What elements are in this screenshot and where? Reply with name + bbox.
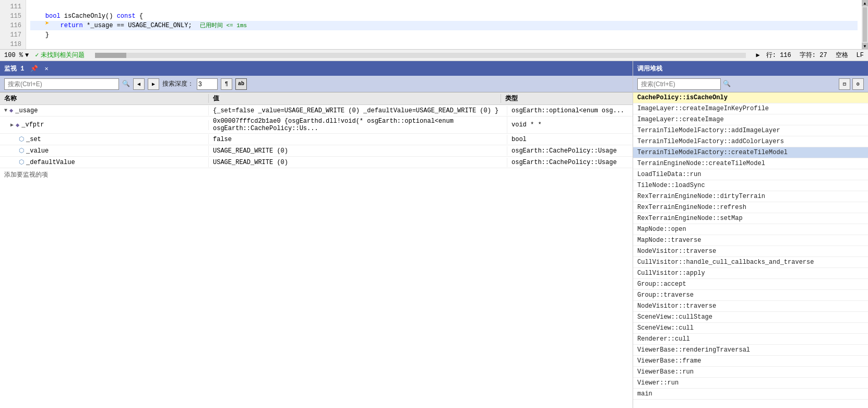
zoom-control[interactable]: 100 % ▼ xyxy=(4,52,29,59)
code-content[interactable]: bool isCacheOnly() const { return *_usag… xyxy=(26,0,862,51)
row-value-usage: {_set=false _value=USAGE_READ_WRITE (0) … xyxy=(209,106,507,115)
row-type-vfptr: void * * xyxy=(507,120,633,130)
watch-row-set[interactable]: ⬡ _set false bool xyxy=(0,134,633,145)
callstack-item-3[interactable]: TerrainTileModelFactory::addImageLayer xyxy=(633,125,868,136)
callstack-item-25[interactable]: ViewerBase::run xyxy=(633,367,868,378)
icon-set: ⬡ xyxy=(19,135,24,143)
row-name-vfptr: ▶ ◆ _vfptr xyxy=(0,120,209,130)
watch-row-value[interactable]: ⬡ _value USAGE_READ_WRITE (0) osgEarth::… xyxy=(0,145,633,157)
watch-row-usage[interactable]: ▼ ◆ _usage {_set=false _value=USAGE_READ… xyxy=(0,105,633,116)
toolbar-btn-2[interactable]: ab xyxy=(235,78,247,90)
watch-table[interactable]: ▼ ◆ _usage {_set=false _value=USAGE_READ… xyxy=(0,105,633,408)
watch-row-vfptr[interactable]: ▶ ◆ _vfptr 0x00007fffcd2b1ae0 {osgEarthd… xyxy=(0,116,633,134)
watch-row-defaultvalue[interactable]: ⬡ _defaultValue USAGE_READ_WRITE (0) osg… xyxy=(0,157,633,168)
callstack-item-13[interactable]: MapNode::traverse xyxy=(633,235,868,246)
encoding-info: LF xyxy=(857,52,864,59)
col-info: 字符: 27 xyxy=(800,51,827,60)
col-header-value: 值 xyxy=(209,94,501,103)
toolbar-btn-1[interactable]: ¶ xyxy=(221,78,232,90)
callstack-item-16[interactable]: CullVisitor::apply xyxy=(633,268,868,279)
depth-input[interactable] xyxy=(197,78,218,90)
search-next-button[interactable]: ▶ xyxy=(148,78,159,90)
watch-search-input[interactable] xyxy=(4,78,119,90)
callstack-item-12[interactable]: MapNode::open xyxy=(633,224,868,235)
callstack-item-27[interactable]: main xyxy=(633,389,868,400)
callstack-layout-btn[interactable]: ⊟ xyxy=(839,78,850,90)
callstack-item-2[interactable]: ImageLayer::createImage xyxy=(633,114,868,125)
callstack-settings-btn[interactable]: ⚙ xyxy=(852,78,864,90)
row-value-value: USAGE_READ_WRITE (0) xyxy=(209,146,507,156)
watch-panel: 监视 1 📌 ✕ 🔍 ◀ ▶ 搜索深度： ¶ ab 名称 值 类型 xyxy=(0,61,633,408)
label-defaultvalue: _defaultValue xyxy=(26,159,75,166)
callstack-item-24[interactable]: ViewerBase::frame xyxy=(633,356,868,367)
row-type-set: bool xyxy=(507,135,633,144)
expand-vfptr[interactable]: ▶ xyxy=(10,122,14,128)
callstack-search-bar: 🔍 ⊟ ⚙ xyxy=(633,76,868,92)
label-vfptr: _vfptr xyxy=(21,121,44,129)
no-problems-label: 未找到相关问题 xyxy=(41,51,85,60)
add-watch-item[interactable]: 添加要监视的项 xyxy=(0,168,633,181)
callstack-item-1[interactable]: ImageLayer::createImageInKeyProfile xyxy=(633,103,868,114)
zoom-value: 100 % xyxy=(4,52,23,59)
zoom-dropdown-icon[interactable]: ▼ xyxy=(25,52,29,59)
pin-icon[interactable]: 📌 xyxy=(30,65,38,73)
callstack-search-input[interactable] xyxy=(637,78,721,90)
expand-usage[interactable]: ▼ xyxy=(4,108,7,113)
callstack-item-8[interactable]: TileNode::loadSync xyxy=(633,180,868,191)
depth-label: 搜索深度： xyxy=(162,79,194,88)
callstack-item-20[interactable]: SceneView::cullStage xyxy=(633,312,868,323)
no-problems-indicator: ✓ 未找到相关问题 xyxy=(35,51,85,60)
scroll-right[interactable]: ▶ xyxy=(756,51,760,59)
callstack-title-text: 调用堆栈 xyxy=(637,64,662,73)
code-line-118 xyxy=(30,40,858,49)
callstack-item-9[interactable]: RexTerrainEngineNode::dirtyTerrain xyxy=(633,191,868,202)
row-name-usage: ▼ ◆ _usage xyxy=(0,106,209,115)
callstack-item-26[interactable]: Viewer::run xyxy=(633,378,868,389)
callstack-item-7[interactable]: LoadTileData::run xyxy=(633,169,868,180)
editor-scrollbar[interactable]: ▲ ▼ xyxy=(862,0,868,49)
label-usage: _usage xyxy=(15,107,38,114)
row-value-vfptr: 0x00007fffcd2b1ae0 {osgEarthd.dll!void(*… xyxy=(209,116,507,133)
search-prev-button[interactable]: ◀ xyxy=(133,78,145,90)
code-line-115: bool isCacheOnly() const { xyxy=(30,11,858,21)
code-editor: 111 115 116 117 118 ➤ bool isCacheOnly()… xyxy=(0,0,868,50)
callstack-item-17[interactable]: Group::accept xyxy=(633,279,868,290)
callstack-item-19[interactable]: NodeVisitor::traverse xyxy=(633,301,868,312)
check-icon: ✓ xyxy=(35,51,39,59)
row-type-usage: osgEarth::optional<enum osg... xyxy=(507,106,633,115)
row-type-value: osgEarth::CachePolicy::Usage xyxy=(507,146,633,156)
callstack-item-23[interactable]: ViewerBase::renderingTraversal xyxy=(633,345,868,356)
icon-usage: ◆ xyxy=(9,107,13,114)
watch-table-header: 名称 值 类型 xyxy=(0,92,633,105)
code-line-117: } xyxy=(30,30,858,40)
callstack-titlebar: 调用堆栈 xyxy=(633,61,868,76)
callstack-item-4[interactable]: TerrainTileModelFactory::addColorLayers xyxy=(633,136,868,147)
row-type-defaultvalue: osgEarth::CachePolicy::Usage xyxy=(507,158,633,167)
callstack-item-11[interactable]: RexTerrainEngineNode::setMap xyxy=(633,213,868,224)
callstack-item-18[interactable]: Group::traverse xyxy=(633,290,868,301)
callstack-item-10[interactable]: RexTerrainEngineNode::refresh xyxy=(633,202,868,213)
close-icon[interactable]: ✕ xyxy=(44,65,48,73)
watch-search-bar: 🔍 ◀ ▶ 搜索深度： ¶ ab xyxy=(0,76,633,92)
line-numbers: 111 115 116 117 118 xyxy=(0,0,26,49)
label-value: _value xyxy=(26,147,49,155)
col-header-type: 类型 xyxy=(501,94,626,103)
callstack-item-14[interactable]: NodeVisitor::traverse xyxy=(633,246,868,257)
callstack-item-15[interactable]: CullVisitor::handle_cull_callbacks_and_t… xyxy=(633,257,868,268)
row-value-set: false xyxy=(209,135,507,144)
callstack-item-22[interactable]: Renderer::cull xyxy=(633,334,868,345)
col-header-name: 名称 xyxy=(0,94,209,103)
callstack-list[interactable]: CachePolicy::isCacheOnly ImageLayer::cre… xyxy=(633,92,868,408)
icon-value: ⬡ xyxy=(19,147,24,155)
space-info: 空格 xyxy=(836,51,848,60)
row-name-value: ⬡ _value xyxy=(0,146,209,156)
horizontal-scrollbar[interactable] xyxy=(95,53,745,58)
callstack-item-0[interactable]: CachePolicy::isCacheOnly xyxy=(633,92,868,103)
callstack-item-5[interactable]: TerrainTileModelFactory::createTileModel xyxy=(633,147,868,158)
icon-defaultvalue: ⬡ xyxy=(19,158,24,166)
code-line-111 xyxy=(30,2,858,11)
row-value-defaultvalue: USAGE_READ_WRITE (0) xyxy=(209,158,507,167)
callstack-item-21[interactable]: SceneView::cull xyxy=(633,323,868,334)
callstack-item-6[interactable]: TerrainEngineNode::createTileModel xyxy=(633,158,868,169)
row-name-defaultvalue: ⬡ _defaultValue xyxy=(0,157,209,167)
